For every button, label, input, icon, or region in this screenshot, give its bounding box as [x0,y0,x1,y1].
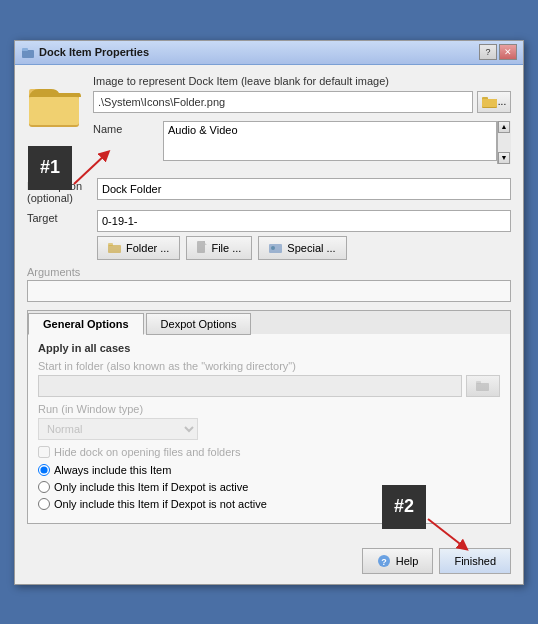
folder-button-label: Folder ... [126,242,169,254]
arguments-label: Arguments [27,266,511,278]
file-icon [197,241,207,254]
tab-dexpot[interactable]: Dexpot Options [146,313,252,335]
image-browse-button[interactable]: ... [477,91,511,113]
apply-label: Apply in all cases [38,342,500,354]
include-if-not-active-label: Only include this Item if Dexpot is not … [54,498,267,510]
name-label: Name [93,121,163,135]
run-label: Run (in Window type) [38,403,500,415]
scroll-up-arrow[interactable]: ▲ [498,121,510,133]
folder-icon [108,242,122,254]
scroll-down-arrow[interactable]: ▼ [498,152,510,164]
svg-rect-13 [269,244,282,253]
svg-rect-15 [476,383,489,391]
folder-browse-icon [476,380,490,392]
tab-general[interactable]: General Options [28,313,144,335]
hide-dock-label: Hide dock on opening files and folders [54,446,241,458]
window-title: Dock Item Properties [39,46,149,58]
hide-dock-checkbox [38,446,50,458]
arguments-input[interactable] [27,280,511,302]
browse-label: ... [498,96,506,107]
finished-label: Finished [454,555,496,567]
svg-point-14 [271,246,275,250]
folder-preview-icon [27,75,83,131]
file-target-button[interactable]: File ... [186,236,252,260]
start-folder-browse-button [466,375,500,397]
folder-open-icon [482,95,498,109]
file-button-label: File ... [211,242,241,254]
title-buttons: ? ✕ [479,44,517,60]
target-label: Target [27,210,97,224]
finished-button[interactable]: Finished [439,548,511,574]
name-scrollbar: ▲ ▼ [497,121,511,164]
name-input[interactable]: Audio & Video [163,121,497,161]
title-bar: Dock Item Properties ? ✕ [15,41,523,65]
footer: ? Help Finished [15,542,523,584]
special-target-button[interactable]: Special ... [258,236,346,260]
start-folder-label: Start in folder (also known as the "work… [38,360,500,372]
svg-rect-11 [197,241,205,253]
include-if-active-radio[interactable] [38,481,50,493]
help-icon: ? [377,554,391,568]
description-input[interactable] [97,178,511,200]
svg-rect-16 [476,381,481,384]
close-button[interactable]: ✕ [499,44,517,60]
svg-text:?: ? [381,557,387,567]
svg-rect-9 [108,245,121,253]
svg-rect-10 [108,243,113,246]
help-button[interactable]: ? Help [362,548,434,574]
folder-target-button[interactable]: Folder ... [97,236,180,260]
start-folder-input [38,375,462,397]
always-include-label: Always include this Item [54,464,171,476]
svg-rect-1 [22,48,28,51]
svg-rect-5 [29,97,79,125]
help-label: Help [396,555,419,567]
app-icon [21,45,35,59]
special-button-label: Special ... [287,242,335,254]
special-icon [269,242,283,254]
image-path-input[interactable] [93,91,473,113]
svg-rect-0 [22,50,34,58]
description-label: Description (optional) [27,178,97,204]
help-button[interactable]: ? [479,44,497,60]
include-if-not-active-radio[interactable] [38,498,50,510]
window-type-select: Normal Minimized Maximized [38,418,198,440]
image-field-label: Image to represent Dock Item (leave blan… [93,75,511,87]
svg-rect-8 [482,99,497,107]
always-include-radio[interactable] [38,464,50,476]
options-tabs: General Options Dexpot Options Apply in … [27,310,511,524]
include-if-active-label: Only include this Item if Dexpot is acti… [54,481,248,493]
target-input[interactable] [97,210,511,232]
